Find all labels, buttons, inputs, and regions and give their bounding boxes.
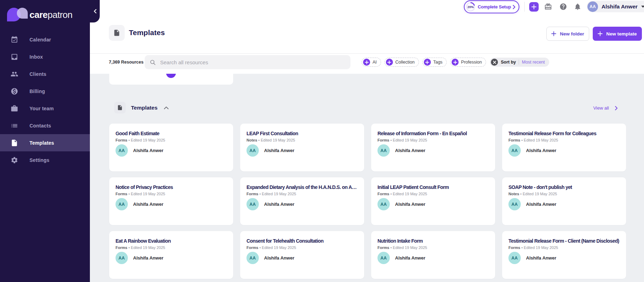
template-card[interactable]: Eat A Rainbow EvaluationForms • Edited 1…	[109, 231, 233, 279]
template-type: Forms	[508, 245, 520, 250]
complete-setup-button[interactable]: 20% Complete Setup	[464, 0, 519, 13]
new-folder-button[interactable]: New folder	[546, 27, 589, 41]
template-card[interactable]: Consent for Telehealth ConsultationForms…	[240, 231, 364, 279]
chevron-right-icon	[513, 5, 515, 9]
view-all-button[interactable]: View all	[593, 105, 618, 111]
whats-new-button[interactable]	[544, 3, 552, 11]
new-template-label: New template	[606, 31, 637, 37]
sidebar-item-inbox[interactable]: Inbox	[0, 48, 90, 65]
template-owner: AAAlshifa Anwer	[377, 198, 489, 210]
owner-avatar: AA	[116, 198, 128, 210]
folder-circle-icon	[166, 74, 176, 78]
plus-icon	[551, 31, 556, 36]
setup-label: Complete Setup	[478, 4, 511, 9]
gift-icon	[544, 3, 552, 11]
template-card[interactable]: Nutrition Intake FormForms • Edited 19 M…	[371, 231, 495, 279]
new-template-button[interactable]: New template	[593, 27, 642, 41]
chevron-up-icon[interactable]	[164, 106, 169, 109]
user-avatar: AA	[587, 1, 598, 12]
sort-label: Sort by	[501, 60, 516, 65]
carepatron-logo[interactable]: carepatron	[7, 8, 72, 22]
owner-name: Alshifa Anwer	[264, 148, 294, 153]
template-edited: Edited 19 May 2025	[523, 192, 557, 196]
notifications-button[interactable]	[574, 3, 581, 11]
templates-grid: Good Faith EstimateForms • Edited 19 May…	[109, 124, 626, 279]
section-icon-tile	[114, 102, 126, 113]
sort-value: Most recent	[522, 60, 545, 65]
quick-create-button[interactable]	[529, 2, 539, 12]
template-card[interactable]: SOAP Note - don't publish yetNotes • Edi…	[502, 177, 626, 225]
document-icon	[113, 29, 120, 37]
setup-progress-ring: 20%	[466, 2, 475, 12]
owner-avatar: AA	[116, 144, 128, 157]
user-menu[interactable]: AA Alshifa Anwer	[587, 1, 644, 12]
sort-chip[interactable]: Sort by Most recent	[490, 58, 549, 67]
meta-dot: •	[389, 192, 393, 196]
template-title: Consent for Telehealth Consultation	[247, 238, 358, 244]
template-card[interactable]: LEAP First ConsultationNotes • Edited 19…	[240, 124, 364, 171]
filter-chip-profession[interactable]: Profession	[450, 58, 486, 67]
plus-icon	[598, 31, 603, 36]
template-title: Good Faith Estimate	[116, 131, 227, 136]
sidebar-item-your-team[interactable]: Your team	[0, 100, 90, 117]
filter-chip-ai[interactable]: AI	[362, 58, 381, 67]
template-card[interactable]: Good Faith EstimateForms • Edited 19 May…	[109, 124, 233, 171]
template-type: Forms	[247, 192, 258, 196]
sidebar-collapse-button[interactable]	[90, 0, 100, 22]
settings-icon	[11, 156, 18, 164]
filter-chip-label: AI	[373, 60, 377, 65]
template-type: Forms	[377, 138, 389, 142]
filter-chip-tags[interactable]: Tags	[422, 58, 447, 67]
template-type: Forms	[116, 245, 127, 250]
template-meta: Forms • Edited 19 May 2025	[377, 138, 489, 142]
template-title: Eat A Rainbow Evaluation	[116, 238, 227, 244]
meta-dot: •	[520, 245, 524, 250]
sidebar-item-templates[interactable]: Templates	[0, 134, 90, 151]
template-edited: Edited 19 May 2025	[261, 138, 295, 142]
template-title: Notice of Privacy Practices	[116, 184, 227, 190]
add-filter-icon	[363, 59, 370, 66]
clear-sort-icon[interactable]	[491, 59, 498, 66]
owner-name: Alshifa Anwer	[526, 148, 556, 153]
owner-name: Alshifa Anwer	[133, 202, 163, 207]
sidebar-item-contacts[interactable]: Contacts	[0, 117, 90, 134]
owner-name: Alshifa Anwer	[395, 202, 425, 207]
sidebar-item-calendar[interactable]: Calendar	[0, 31, 90, 48]
template-card[interactable]: Expanded Dietary Analysis of the H.A.N.D…	[240, 177, 364, 225]
owner-avatar: AA	[508, 252, 521, 264]
owner-avatar: AA	[377, 252, 390, 264]
template-card[interactable]: Testimonial Release Form for ColleaguesF…	[502, 124, 626, 171]
owner-name: Alshifa Anwer	[395, 148, 425, 153]
filter-chip-collection[interactable]: Collection	[385, 58, 419, 67]
scrolled-card-partial[interactable]	[109, 74, 233, 85]
clients-icon	[11, 70, 18, 78]
template-card[interactable]: Testimonial Release Form - Client (Name …	[502, 231, 626, 279]
help-button[interactable]	[559, 3, 567, 11]
setup-progress-percent: 20%	[466, 2, 475, 12]
content-area: Templates View all Good Faith EstimateFo…	[90, 74, 644, 282]
filter-chips: AICollectionTagsProfession Sort by Most …	[362, 58, 549, 67]
plus-icon	[453, 60, 457, 64]
owner-avatar: AA	[247, 144, 259, 157]
inbox-icon	[11, 53, 18, 61]
template-type: Forms	[116, 138, 127, 142]
template-card[interactable]: Initial LEAP Patient Consult FormForms •…	[371, 177, 495, 225]
template-card[interactable]: Notice of Privacy PracticesForms • Edite…	[109, 177, 233, 225]
owner-avatar: AA	[508, 198, 521, 210]
calendar-icon	[11, 36, 18, 44]
meta-dot: •	[258, 192, 262, 196]
filter-chip-label: Profession	[461, 60, 482, 65]
meta-dot: •	[519, 192, 523, 196]
sidebar-item-billing[interactable]: Billing	[0, 83, 90, 100]
sidebar-item-clients[interactable]: Clients	[0, 65, 90, 83]
search-input[interactable]	[160, 59, 346, 65]
owner-name: Alshifa Anwer	[264, 255, 294, 261]
sidebar-item-settings[interactable]: Settings	[0, 151, 90, 169]
template-type: Forms	[508, 138, 520, 142]
template-edited: Edited 19 May 2025	[131, 192, 165, 196]
owner-name: Alshifa Anwer	[526, 255, 556, 261]
topbar-divider	[524, 2, 525, 12]
template-meta: Forms • Edited 19 May 2025	[508, 138, 620, 142]
template-card[interactable]: Release of Information Form - En Español…	[371, 124, 495, 171]
section-title: Templates	[131, 105, 158, 111]
